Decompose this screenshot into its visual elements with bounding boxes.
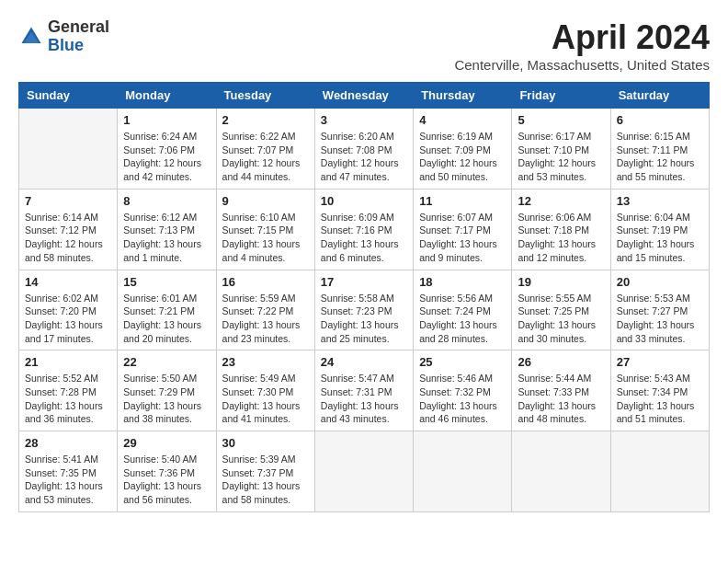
- day-info: Sunrise: 6:06 AMSunset: 7:18 PMDaylight:…: [518, 211, 604, 265]
- day-number: 10: [321, 194, 407, 208]
- day-info: Sunrise: 5:46 AMSunset: 7:32 PMDaylight:…: [419, 372, 506, 426]
- day-info: Sunrise: 5:56 AMSunset: 7:24 PMDaylight:…: [419, 292, 506, 346]
- table-row: 25Sunrise: 5:46 AMSunset: 7:32 PMDayligh…: [414, 350, 512, 431]
- table-row: [19, 109, 118, 190]
- day-info: Sunrise: 5:39 AMSunset: 7:37 PMDaylight:…: [222, 453, 309, 507]
- logo-text: General Blue: [48, 18, 109, 55]
- day-number: 8: [123, 194, 210, 208]
- col-tuesday: Tuesday: [216, 83, 314, 109]
- table-row: 29Sunrise: 5:40 AMSunset: 7:36 PMDayligh…: [118, 431, 216, 512]
- day-number: 15: [123, 275, 210, 289]
- day-info: Sunrise: 5:58 AMSunset: 7:23 PMDaylight:…: [321, 292, 407, 346]
- location-subtitle: Centerville, Massachusetts, United State…: [454, 57, 710, 73]
- table-row: 22Sunrise: 5:50 AMSunset: 7:29 PMDayligh…: [118, 350, 216, 431]
- day-info: Sunrise: 6:24 AMSunset: 7:06 PMDaylight:…: [123, 130, 210, 184]
- table-row: 27Sunrise: 5:43 AMSunset: 7:34 PMDayligh…: [610, 350, 709, 431]
- title-block: April 2024 Centerville, Massachusetts, U…: [454, 18, 710, 73]
- day-number: 21: [25, 355, 111, 369]
- calendar-week-row: 28Sunrise: 5:41 AMSunset: 7:35 PMDayligh…: [19, 431, 710, 512]
- day-number: 5: [518, 113, 604, 127]
- table-row: 16Sunrise: 5:59 AMSunset: 7:22 PMDayligh…: [216, 270, 314, 350]
- day-info: Sunrise: 6:02 AMSunset: 7:20 PMDaylight:…: [25, 292, 111, 346]
- col-thursday: Thursday: [414, 83, 512, 109]
- table-row: 17Sunrise: 5:58 AMSunset: 7:23 PMDayligh…: [314, 270, 413, 350]
- table-row: 8Sunrise: 6:12 AMSunset: 7:13 PMDaylight…: [118, 189, 216, 270]
- day-number: 22: [123, 355, 210, 369]
- calendar-week-row: 14Sunrise: 6:02 AMSunset: 7:20 PMDayligh…: [19, 270, 710, 350]
- day-number: 24: [321, 355, 407, 369]
- day-number: 4: [419, 113, 506, 127]
- day-number: 26: [518, 355, 604, 369]
- day-info: Sunrise: 6:15 AMSunset: 7:11 PMDaylight:…: [617, 130, 703, 184]
- table-row: 11Sunrise: 6:07 AMSunset: 7:17 PMDayligh…: [414, 189, 512, 270]
- day-number: 16: [222, 275, 309, 289]
- day-info: Sunrise: 5:52 AMSunset: 7:28 PMDaylight:…: [25, 372, 111, 426]
- day-info: Sunrise: 5:43 AMSunset: 7:34 PMDaylight:…: [617, 372, 703, 426]
- col-wednesday: Wednesday: [314, 83, 413, 109]
- table-row: 23Sunrise: 5:49 AMSunset: 7:30 PMDayligh…: [216, 350, 314, 431]
- day-number: 28: [25, 436, 111, 450]
- day-number: 12: [518, 194, 604, 208]
- calendar-week-row: 21Sunrise: 5:52 AMSunset: 7:28 PMDayligh…: [19, 350, 710, 431]
- month-year-title: April 2024: [454, 18, 710, 57]
- table-row: 7Sunrise: 6:14 AMSunset: 7:12 PMDaylight…: [19, 189, 118, 270]
- calendar-header-row: Sunday Monday Tuesday Wednesday Thursday…: [19, 83, 710, 109]
- table-row: 20Sunrise: 5:53 AMSunset: 7:27 PMDayligh…: [610, 270, 709, 350]
- table-row: 30Sunrise: 5:39 AMSunset: 7:37 PMDayligh…: [216, 431, 314, 512]
- table-row: [314, 431, 413, 512]
- day-number: 30: [222, 436, 309, 450]
- day-number: 29: [123, 436, 210, 450]
- day-info: Sunrise: 6:19 AMSunset: 7:09 PMDaylight:…: [419, 130, 506, 184]
- day-number: 2: [222, 113, 309, 127]
- calendar-table: Sunday Monday Tuesday Wednesday Thursday…: [18, 82, 710, 512]
- logo: General Blue: [18, 18, 109, 55]
- col-monday: Monday: [118, 83, 216, 109]
- table-row: 4Sunrise: 6:19 AMSunset: 7:09 PMDaylight…: [414, 109, 512, 190]
- table-row: 18Sunrise: 5:56 AMSunset: 7:24 PMDayligh…: [414, 270, 512, 350]
- day-info: Sunrise: 5:41 AMSunset: 7:35 PMDaylight:…: [25, 453, 111, 507]
- table-row: 26Sunrise: 5:44 AMSunset: 7:33 PMDayligh…: [512, 350, 610, 431]
- table-row: 13Sunrise: 6:04 AMSunset: 7:19 PMDayligh…: [610, 189, 709, 270]
- day-number: 7: [25, 194, 111, 208]
- day-info: Sunrise: 6:22 AMSunset: 7:07 PMDaylight:…: [222, 130, 309, 184]
- logo-blue-text: Blue: [48, 37, 109, 55]
- day-info: Sunrise: 6:12 AMSunset: 7:13 PMDaylight:…: [123, 211, 210, 265]
- calendar-week-row: 1Sunrise: 6:24 AMSunset: 7:06 PMDaylight…: [19, 109, 710, 190]
- day-info: Sunrise: 5:59 AMSunset: 7:22 PMDaylight:…: [222, 292, 309, 346]
- table-row: 21Sunrise: 5:52 AMSunset: 7:28 PMDayligh…: [19, 350, 118, 431]
- day-number: 23: [222, 355, 309, 369]
- table-row: 12Sunrise: 6:06 AMSunset: 7:18 PMDayligh…: [512, 189, 610, 270]
- day-info: Sunrise: 6:09 AMSunset: 7:16 PMDaylight:…: [321, 211, 407, 265]
- calendar-week-row: 7Sunrise: 6:14 AMSunset: 7:12 PMDaylight…: [19, 189, 710, 270]
- table-row: 24Sunrise: 5:47 AMSunset: 7:31 PMDayligh…: [314, 350, 413, 431]
- table-row: 1Sunrise: 6:24 AMSunset: 7:06 PMDaylight…: [118, 109, 216, 190]
- day-info: Sunrise: 5:53 AMSunset: 7:27 PMDaylight:…: [617, 292, 703, 346]
- day-number: 9: [222, 194, 309, 208]
- day-info: Sunrise: 5:50 AMSunset: 7:29 PMDaylight:…: [123, 372, 210, 426]
- table-row: 28Sunrise: 5:41 AMSunset: 7:35 PMDayligh…: [19, 431, 118, 512]
- day-number: 1: [123, 113, 210, 127]
- day-info: Sunrise: 5:55 AMSunset: 7:25 PMDaylight:…: [518, 292, 604, 346]
- day-number: 25: [419, 355, 506, 369]
- day-info: Sunrise: 5:47 AMSunset: 7:31 PMDaylight:…: [321, 372, 407, 426]
- day-number: 27: [617, 355, 703, 369]
- table-row: [414, 431, 512, 512]
- logo-general-text: General: [48, 18, 109, 37]
- day-number: 3: [321, 113, 407, 127]
- table-row: 5Sunrise: 6:17 AMSunset: 7:10 PMDaylight…: [512, 109, 610, 190]
- day-info: Sunrise: 6:10 AMSunset: 7:15 PMDaylight:…: [222, 211, 309, 265]
- table-row: 10Sunrise: 6:09 AMSunset: 7:16 PMDayligh…: [314, 189, 413, 270]
- table-row: 19Sunrise: 5:55 AMSunset: 7:25 PMDayligh…: [512, 270, 610, 350]
- day-info: Sunrise: 6:04 AMSunset: 7:19 PMDaylight:…: [617, 211, 703, 265]
- table-row: 15Sunrise: 6:01 AMSunset: 7:21 PMDayligh…: [118, 270, 216, 350]
- col-friday: Friday: [512, 83, 610, 109]
- page-header: General Blue April 2024 Centerville, Mas…: [18, 18, 710, 73]
- day-number: 20: [617, 275, 703, 289]
- table-row: 2Sunrise: 6:22 AMSunset: 7:07 PMDaylight…: [216, 109, 314, 190]
- table-row: 9Sunrise: 6:10 AMSunset: 7:15 PMDaylight…: [216, 189, 314, 270]
- table-row: 6Sunrise: 6:15 AMSunset: 7:11 PMDaylight…: [610, 109, 709, 190]
- table-row: [512, 431, 610, 512]
- day-info: Sunrise: 5:44 AMSunset: 7:33 PMDaylight:…: [518, 372, 604, 426]
- day-number: 11: [419, 194, 506, 208]
- day-info: Sunrise: 6:20 AMSunset: 7:08 PMDaylight:…: [321, 130, 407, 184]
